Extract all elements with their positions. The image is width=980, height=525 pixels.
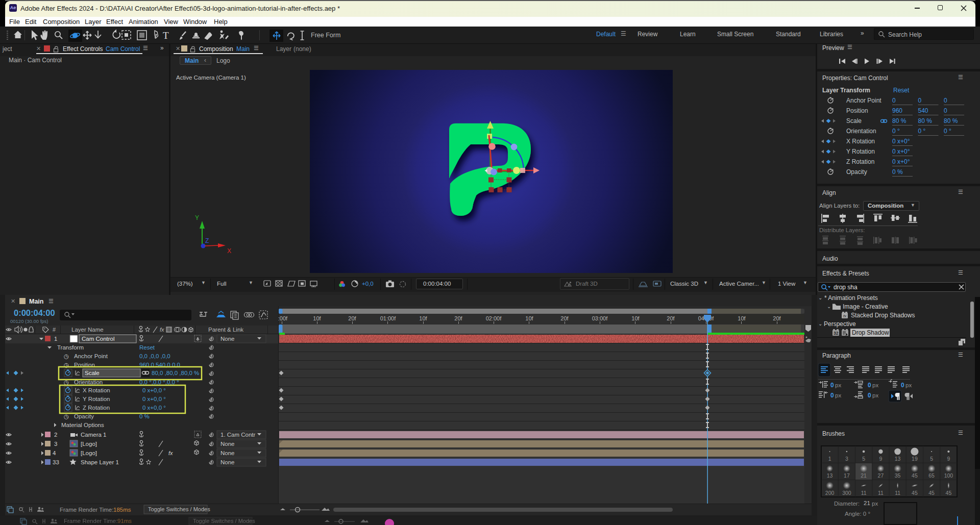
- svg-text:Scale: Scale: [85, 370, 100, 376]
- svg-text:0: 0: [892, 97, 896, 104]
- svg-text:10f: 10f: [419, 315, 427, 321]
- svg-text:0 x+0,0 °: 0 x+0,0 °: [142, 396, 166, 402]
- svg-text:Parent & Link: Parent & Link: [208, 327, 243, 333]
- svg-text:185ms: 185ms: [113, 507, 131, 513]
- svg-text:Z Rotation: Z Rotation: [83, 405, 110, 411]
- svg-text:10f: 10f: [313, 315, 321, 321]
- svg-text:Opacity: Opacity: [846, 168, 867, 176]
- svg-text:◷: ◷: [64, 413, 69, 419]
- svg-text:Opacity: Opacity: [74, 413, 94, 419]
- svg-text:0 %: 0 %: [892, 168, 903, 176]
- svg-text:X Rotation: X Rotation: [83, 387, 110, 393]
- svg-text:11: 11: [878, 490, 884, 496]
- svg-text:65: 65: [928, 472, 935, 479]
- svg-text:00120 (30.00 fps): 00120 (30.00 fps): [10, 318, 48, 324]
- svg-text:3: 3: [54, 441, 57, 447]
- svg-text:10f: 10f: [525, 315, 533, 321]
- svg-text:0 x+0°: 0 x+0°: [892, 158, 910, 165]
- svg-text:0 x+0,0 °: 0 x+0,0 °: [142, 387, 166, 393]
- svg-text:0 %: 0 %: [139, 413, 150, 419]
- svg-text:10f: 10f: [631, 315, 640, 321]
- svg-text:Scale: Scale: [846, 117, 862, 124]
- svg-text:None: None: [220, 459, 235, 465]
- svg-text:Transform: Transform: [57, 344, 84, 351]
- svg-text:fx: fx: [843, 314, 847, 318]
- svg-text:10f: 10f: [738, 315, 746, 321]
- svg-text:Material Options: Material Options: [61, 422, 104, 428]
- svg-text:13: 13: [827, 472, 833, 479]
- svg-text:1: 1: [54, 336, 57, 342]
- svg-text:Layer Name: Layer Name: [71, 327, 104, 333]
- svg-text:Z: Z: [205, 237, 209, 244]
- svg-text:80 %: 80 %: [944, 117, 958, 124]
- svg-text:45: 45: [946, 490, 952, 496]
- svg-text:21: 21: [861, 472, 867, 479]
- svg-text:0 °: 0 °: [918, 128, 926, 135]
- svg-text:5: 5: [862, 456, 865, 462]
- svg-text:✕: ✕: [11, 298, 15, 304]
- svg-text:Reset: Reset: [139, 344, 155, 351]
- svg-text:540: 540: [918, 107, 928, 114]
- svg-text:px: px: [835, 382, 841, 388]
- svg-text:11: 11: [861, 490, 867, 496]
- svg-text:0 x+0,0 °: 0 x+0,0 °: [142, 405, 166, 411]
- svg-text:19: 19: [912, 456, 918, 462]
- svg-text:20f: 20f: [560, 315, 569, 321]
- svg-text:0: 0: [868, 392, 871, 399]
- svg-text:☰: ☰: [48, 298, 54, 304]
- svg-text:0: 0: [944, 97, 947, 104]
- svg-text:45: 45: [928, 490, 935, 496]
- svg-text:[Logo]: [Logo]: [81, 441, 97, 447]
- svg-text:Frame Render Time:: Frame Render Time:: [60, 507, 113, 513]
- svg-text:32: 32: [834, 331, 839, 336]
- svg-text:100: 100: [944, 472, 953, 479]
- svg-text:960: 960: [892, 107, 902, 114]
- svg-text:20f: 20f: [454, 315, 462, 321]
- svg-text:Orientation: Orientation: [846, 128, 876, 135]
- svg-text:Y Rotation: Y Rotation: [83, 396, 110, 402]
- svg-text:20f: 20f: [348, 315, 356, 321]
- svg-text:Toggle Switches / Modes: Toggle Switches / Modes: [193, 518, 255, 524]
- svg-text:45: 45: [912, 490, 918, 496]
- svg-text:80,0 ,80,0 ,80,0 %: 80,0 ,80,0 ,80,0 %: [152, 370, 199, 376]
- svg-text:None: None: [220, 441, 235, 447]
- svg-text:1. Cam Contr: 1. Cam Contr: [220, 432, 256, 438]
- svg-text:X Rotation: X Rotation: [846, 138, 875, 145]
- svg-text:33: 33: [53, 459, 59, 465]
- svg-text:Y Rotation: Y Rotation: [846, 148, 875, 155]
- svg-text:0:00:04:00: 0:00:04:00: [14, 308, 55, 317]
- svg-text:Anchor Point: Anchor Point: [74, 353, 108, 359]
- svg-text:fx: fx: [168, 450, 173, 456]
- svg-text:13: 13: [895, 456, 901, 462]
- svg-text:[Logo]: [Logo]: [81, 450, 97, 456]
- svg-text:5: 5: [930, 456, 933, 462]
- svg-text:03:00f: 03:00f: [592, 315, 608, 321]
- svg-text:80 %: 80 %: [918, 117, 933, 124]
- svg-text:◷: ◷: [64, 353, 69, 359]
- svg-text:0: 0: [944, 107, 947, 114]
- svg-text:X: X: [227, 247, 231, 255]
- svg-text:Anchor Point: Anchor Point: [846, 97, 881, 104]
- svg-text:45: 45: [912, 472, 918, 479]
- svg-text:2: 2: [54, 432, 57, 438]
- svg-text:fx: fx: [160, 327, 164, 333]
- svg-text:None: None: [220, 336, 235, 342]
- svg-text:0: 0: [918, 97, 922, 104]
- svg-text::00f: :00f: [278, 315, 288, 321]
- svg-text:200: 200: [825, 490, 835, 496]
- svg-text:27: 27: [878, 472, 884, 479]
- svg-text:4: 4: [53, 450, 56, 456]
- svg-text:0: 0: [868, 382, 871, 389]
- svg-text:Frame Render Time:: Frame Render Time:: [64, 518, 117, 524]
- svg-text:Y: Y: [195, 214, 199, 221]
- svg-text:T: T: [163, 30, 169, 41]
- svg-text:11: 11: [895, 490, 900, 496]
- svg-text:Position: Position: [846, 107, 868, 114]
- svg-text:20f: 20f: [667, 315, 675, 321]
- svg-text:1: 1: [828, 456, 831, 462]
- svg-text:Cam Control: Cam Control: [82, 336, 115, 342]
- svg-text:3: 3: [845, 456, 848, 462]
- svg-text:0 °: 0 °: [892, 128, 900, 135]
- svg-text:0: 0: [830, 392, 834, 399]
- svg-text:02:00f: 02:00f: [486, 315, 502, 321]
